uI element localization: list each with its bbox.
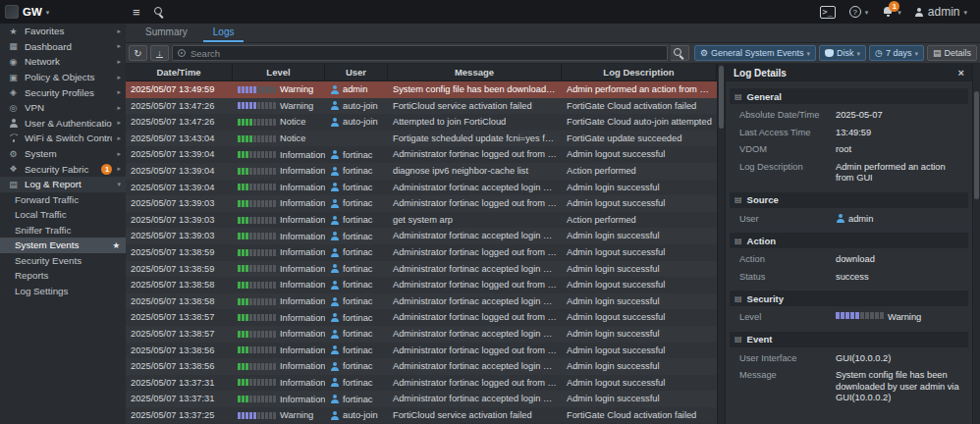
table-row[interactable]: 2025/05/07 13:38:56InformationfortinacAd… <box>126 358 717 375</box>
level-label: Information <box>280 166 325 176</box>
cell-level: Notice <box>233 131 325 147</box>
sidebar-item-policy-objects[interactable]: ▣Policy & Objects▸ <box>0 70 126 85</box>
sidebar-item-forward-traffic[interactable]: Forward Traffic <box>0 192 126 208</box>
sidebar-item-system-events[interactable]: System Events★ <box>0 238 126 253</box>
details-toggle-button[interactable]: Details <box>927 45 977 61</box>
table-row[interactable]: 2025/05/07 13:47:26Warningauto-joinForti… <box>126 98 717 115</box>
global-search-button[interactable] <box>147 0 172 24</box>
detail-field-vdom: VDOMroot <box>726 141 972 159</box>
sidebar-item-network[interactable]: ◉Network▸ <box>0 54 126 70</box>
event-type-dropdown[interactable]: General System Events <box>694 45 816 61</box>
sidebar-item-security-events[interactable]: Security Events <box>0 253 126 269</box>
cell-user: fortinac <box>325 180 388 196</box>
column-header-level[interactable]: Level <box>233 64 325 80</box>
table-row[interactable]: 2025/05/07 13:38:56InformationfortinacAd… <box>126 343 717 359</box>
level-label: Information <box>280 198 325 208</box>
search-input[interactable] <box>191 48 662 59</box>
column-header-message[interactable]: Message <box>388 64 562 80</box>
table-row[interactable]: 2025/05/07 13:49:59WarningadminSystem co… <box>126 81 717 98</box>
section-header-security[interactable]: Security <box>730 291 968 306</box>
sidebar-item-wifi-switch-controller[interactable]: WiFi & Switch Controller▸ <box>0 131 126 146</box>
table-row[interactable]: 2025/05/07 13:39:03Informationfortinacge… <box>126 212 717 229</box>
sidebar-item-log-report[interactable]: ▤Log & Report▾ <box>0 177 126 192</box>
level-bar <box>238 265 276 272</box>
sidebar-item-vpn[interactable]: ◎VPN▸ <box>0 100 126 116</box>
cell-level: Information <box>233 195 325 212</box>
sidebar-item-security-profiles[interactable]: ◈Security Profiles▸ <box>0 84 126 100</box>
table-row[interactable]: 2025/05/07 13:38:59InformationfortinacAd… <box>126 244 717 261</box>
table-scrollbar[interactable] <box>717 64 725 424</box>
table-row[interactable]: 2025/05/07 13:47:26Noticeauto-joinAttemp… <box>126 114 717 131</box>
sidebar-item-user-authentication[interactable]: User & Authentication▸ <box>0 116 126 132</box>
cell-level: Information <box>233 277 325 293</box>
table-row[interactable]: 2025/05/07 13:39:04Informationfortinacdi… <box>126 163 717 180</box>
cell-datetime: 2025/05/07 13:47:26 <box>126 114 233 131</box>
sidebar-collapse-button[interactable]: ≡ <box>126 0 147 24</box>
table-row[interactable]: 2025/05/07 13:43:04NoticeFortigate sched… <box>126 131 717 147</box>
section-header-source[interactable]: Source <box>730 192 968 208</box>
chevron-right-icon: ▸ <box>117 27 121 35</box>
details-scrollbar[interactable] <box>972 64 980 424</box>
column-header-date-time[interactable]: Date/Time <box>126 64 233 80</box>
search-submit-button[interactable] <box>671 45 689 61</box>
cli-console-button[interactable]: >_ <box>813 0 843 24</box>
sidebar-item-log-settings[interactable]: Log Settings <box>0 284 126 299</box>
admin-menu-button[interactable]: admin <box>908 0 974 24</box>
sidebar-item-label: System <box>25 148 112 159</box>
cell-level: Information <box>233 146 325 163</box>
help-menu-button[interactable]: ? <box>843 0 876 24</box>
notifications-button[interactable]: 1 <box>875 0 908 24</box>
table-row[interactable]: 2025/05/07 13:38:57InformationfortinacAd… <box>126 326 717 343</box>
cell-user <box>325 131 388 147</box>
sidebar-item-system[interactable]: ⚙System▸ <box>0 146 126 162</box>
scrollbar-thumb[interactable] <box>719 66 724 129</box>
chevron-down-icon <box>46 9 50 16</box>
section-header-general[interactable]: General <box>730 88 968 104</box>
user-name: fortinac <box>343 395 373 404</box>
user-name: fortinac <box>343 232 373 241</box>
collapse-icon <box>735 237 742 245</box>
table-row[interactable]: 2025/05/07 13:37:25Warningauto-joinForti… <box>126 407 717 424</box>
close-icon[interactable]: × <box>958 68 964 79</box>
field-label: Last Access Time <box>739 128 836 139</box>
cell-datetime: 2025/05/07 13:39:03 <box>126 212 233 229</box>
cell-description: Action performed <box>562 163 717 180</box>
sidebar-item-reports[interactable]: Reports <box>0 268 126 284</box>
log-location-dropdown[interactable]: Disk <box>819 45 866 61</box>
column-header-user[interactable]: User <box>325 64 388 80</box>
table-row[interactable]: 2025/05/07 13:39:03InformationfortinacAd… <box>126 228 717 244</box>
cell-datetime: 2025/05/07 13:37:31 <box>126 375 233 392</box>
user-name: auto-join <box>343 410 378 420</box>
sidebar-item-local-traffic[interactable]: Local Traffic <box>0 207 126 223</box>
section-header-event[interactable]: Event <box>730 332 968 347</box>
tab-logs[interactable]: Logs <box>203 24 245 42</box>
cell-level: Warning <box>233 81 325 98</box>
section-header-action[interactable]: Action <box>730 233 968 248</box>
section-title: General <box>747 91 782 102</box>
table-row[interactable]: 2025/05/07 13:37:31InformationfortinacAd… <box>126 391 717 407</box>
gear-icon: ⚙ <box>7 149 20 159</box>
refresh-button[interactable] <box>129 45 147 61</box>
sidebar-item-sniffer-traffic[interactable]: Sniffer Traffic <box>0 223 126 238</box>
table-row[interactable]: 2025/05/07 13:38:58InformationfortinacAd… <box>126 293 717 310</box>
table-row[interactable]: 2025/05/07 13:38:58InformationfortinacAd… <box>126 277 717 293</box>
sidebar-item-favorites[interactable]: ★Favorites▸ <box>0 24 126 39</box>
download-button[interactable] <box>150 45 169 61</box>
scrollbar-thumb[interactable] <box>974 91 979 199</box>
table-row[interactable]: 2025/05/07 13:38:59InformationfortinacAd… <box>126 261 717 278</box>
sidebar-item-security-fabric[interactable]: ❖Security Fabric1▸ <box>0 161 126 177</box>
time-range-dropdown[interactable]: 7 days <box>869 45 924 61</box>
tab-summary[interactable]: Summary <box>136 24 197 42</box>
sidebar-item-dashboard[interactable]: ▦Dashboard▸ <box>0 39 126 55</box>
table-row[interactable]: 2025/05/07 13:39:04InformationfortinacAd… <box>126 180 717 196</box>
favorite-star-icon[interactable]: ★ <box>112 240 120 250</box>
table-row[interactable]: 2025/05/07 13:38:57InformationfortinacAd… <box>126 309 717 326</box>
table-row[interactable]: 2025/05/07 13:37:31InformationfortinacAd… <box>126 375 717 392</box>
table-row[interactable]: 2025/05/07 13:39:03InformationfortinacAd… <box>126 195 717 212</box>
column-header-log-description[interactable]: Log Description <box>562 64 717 80</box>
cell-level: Information <box>233 358 325 375</box>
table-row[interactable]: 2025/05/07 13:39:04InformationfortinacAd… <box>126 146 717 163</box>
field-value: System config file has been downloaded b… <box>836 370 964 404</box>
brand-area[interactable]: GW <box>0 5 126 19</box>
vpn-icon: ◎ <box>7 103 20 113</box>
